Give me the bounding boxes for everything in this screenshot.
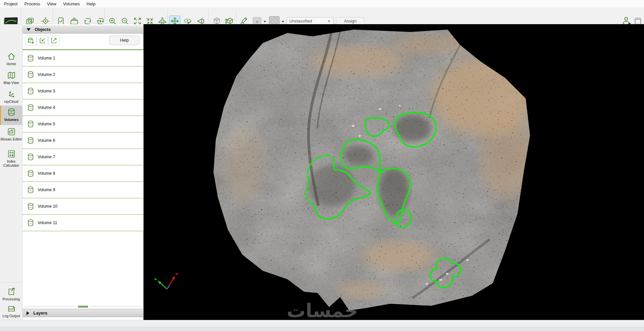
volume-icon	[27, 87, 34, 95]
volumes-icon	[7, 108, 16, 117]
toolbar-separator	[208, 9, 209, 22]
volume-row[interactable]: Volume 11	[23, 215, 144, 231]
sidebar-item-map-view[interactable]: Map View	[0, 71, 23, 85]
raycloud-viewport[interactable]: خمسات	[144, 24, 644, 320]
volume-icon	[27, 186, 34, 194]
volume-row[interactable]: Volume 1	[23, 50, 144, 67]
sidebar-item-index-calculator[interactable]: Index Calculator	[0, 149, 23, 167]
volume-icon	[27, 54, 34, 62]
mosaic-editor-icon	[7, 127, 16, 136]
expand-triangle-icon	[27, 311, 29, 315]
volume-icon	[27, 219, 34, 227]
add-selection-dropdown-caret[interactable]	[264, 21, 266, 23]
volume-icon	[27, 104, 34, 112]
sidebar-divider	[1, 282, 21, 283]
volume-row[interactable]: Volume 9	[23, 182, 144, 198]
log-output-icon: LOG	[7, 304, 16, 313]
menu-bar: Project Process View Volumes Help	[0, 0, 644, 7]
status-bar	[0, 320, 644, 331]
panel-splitter[interactable]	[23, 305, 144, 308]
volume-icon	[27, 203, 34, 210]
volume-icon	[27, 170, 34, 177]
selection-region-dropdown-caret[interactable]	[282, 21, 284, 23]
volume-icon	[27, 71, 34, 79]
sidebar-item-mosaic-editor[interactable]: Mosaic Editor	[0, 127, 23, 141]
splitter-grip-icon	[78, 305, 88, 308]
toolbar-separator	[53, 9, 53, 22]
menu-view[interactable]: View	[43, 1, 59, 7]
toolbar-separator	[167, 9, 168, 22]
add-volume-button[interactable]	[25, 35, 37, 46]
volume-row[interactable]: Volume 3	[23, 83, 144, 99]
sidebar-item-log-output[interactable]: LOG Log Output	[0, 304, 23, 318]
sidebar-item-home[interactable]: Home	[0, 52, 23, 66]
objects-panel-title: Objects	[35, 27, 51, 32]
watermark-text: خمسات	[287, 300, 358, 320]
splitter-line	[25, 306, 76, 307]
objects-panel-header[interactable]: Objects	[23, 25, 144, 34]
status-bar-inner	[0, 327, 644, 331]
classification-value: Unclassified	[289, 19, 328, 24]
main-toolbar: PIX4D Project Process View	[0, 7, 644, 24]
volume-icon	[27, 120, 34, 128]
volume-row[interactable]: Volume 7	[23, 149, 144, 165]
volume-icon	[27, 153, 34, 161]
sidebar-item-raycloud[interactable]: rayCloud	[0, 89, 23, 104]
menu-project[interactable]: Project	[1, 1, 21, 7]
volume-icon	[27, 137, 34, 144]
index-calculator-icon	[7, 149, 16, 159]
volume-row[interactable]: Volume 8	[23, 165, 144, 182]
menu-help[interactable]: Help	[83, 1, 99, 7]
map-view-icon	[7, 71, 16, 80]
import-volumes-button[interactable]	[37, 35, 48, 46]
processing-icon	[7, 287, 16, 296]
volume-row[interactable]: Volume 10	[23, 198, 144, 215]
menu-process[interactable]: Process	[21, 1, 43, 7]
volume-row[interactable]: Volume 4	[23, 99, 144, 116]
splitter-line	[90, 306, 142, 307]
sidebar-item-processing[interactable]: Processing	[0, 287, 23, 301]
menu-volumes[interactable]: Volumes	[59, 1, 83, 7]
volume-row[interactable]: Volume 2	[23, 67, 144, 83]
sidebar-item-volumes[interactable]: Volumes	[0, 108, 23, 122]
raycloud-icon	[7, 89, 16, 99]
svg-text:LOG: LOG	[9, 307, 14, 311]
objects-panel: Objects Help Volume 1 Volume 2 Volume 3 …	[23, 24, 144, 320]
left-sidebar: Home Map View rayCloud Volumes Mosaic Ed…	[0, 24, 23, 320]
export-volumes-button[interactable]	[48, 35, 59, 46]
layers-panel-title: Layers	[33, 311, 47, 316]
dropdown-caret-icon	[328, 20, 330, 22]
layers-panel-header[interactable]: Layers	[23, 309, 144, 317]
point-cloud-canvas: خمسات	[144, 24, 644, 320]
help-button[interactable]: Help	[109, 36, 139, 45]
home-icon	[7, 52, 16, 61]
volume-row[interactable]: Volume 6	[23, 132, 144, 149]
toolbar-separator	[21, 9, 21, 22]
toolbar-separator	[104, 9, 105, 22]
collapse-triangle-icon	[27, 28, 31, 31]
toolbar-separator	[236, 9, 236, 22]
volume-row[interactable]: Volume 5	[23, 116, 144, 132]
